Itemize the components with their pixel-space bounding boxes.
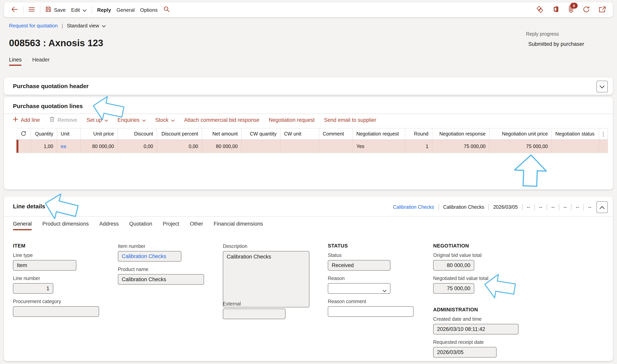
status-input[interactable]: Received bbox=[328, 260, 390, 271]
column-header-select[interactable] bbox=[16, 129, 31, 139]
enquiries-menu-button[interactable]: Enquiries bbox=[117, 117, 146, 123]
add-line-button[interactable]: Add line bbox=[13, 117, 40, 123]
tab-address[interactable]: Address bbox=[99, 221, 119, 230]
toolbar-separator bbox=[23, 6, 24, 14]
edit-menu-button[interactable]: Edit bbox=[68, 4, 89, 15]
toolbar-right-icons: 0 bbox=[536, 5, 608, 14]
tab-financial-dimensions[interactable]: Financial dimensions bbox=[214, 221, 263, 230]
column-header-net-amount[interactable]: Net amount bbox=[202, 129, 242, 139]
office-button[interactable] bbox=[553, 6, 559, 14]
row-cell-unit[interactable]: ea bbox=[57, 140, 81, 153]
field-label: Reason bbox=[328, 276, 390, 281]
negotiation-request-button[interactable]: Negotiation request bbox=[269, 117, 315, 123]
row-cell-negotiation-status[interactable] bbox=[552, 140, 599, 153]
row-cell-round[interactable]: 1 bbox=[405, 140, 432, 153]
column-header-cw-quantity[interactable]: CW quantity bbox=[242, 129, 280, 139]
refresh-grid-icon[interactable] bbox=[21, 130, 26, 137]
line-number-input[interactable]: 1 bbox=[13, 283, 53, 294]
tab-lines[interactable]: Lines bbox=[9, 57, 22, 66]
back-button[interactable] bbox=[9, 4, 21, 15]
negotiated-bid-value-total-input[interactable]: 75 000,00 bbox=[433, 283, 474, 294]
column-header-discount-percent[interactable]: Discount percent bbox=[157, 129, 202, 139]
row-cell-select[interactable] bbox=[16, 140, 31, 153]
row-cell-negotiation-response[interactable]: 75 000,00 bbox=[432, 140, 489, 153]
description-textarea[interactable]: Calibration Checks bbox=[223, 251, 309, 307]
tab-general[interactable]: General bbox=[13, 221, 32, 230]
row-cell-net-amount[interactable]: 80 000,00 bbox=[202, 140, 242, 153]
column-header-cw-unit[interactable]: CW unit bbox=[280, 129, 319, 139]
row-cell-quantity[interactable]: 1,00 bbox=[31, 140, 57, 153]
column-header-discount[interactable]: Discount bbox=[118, 129, 157, 139]
summary-item-number-link[interactable]: Calibration Checks bbox=[393, 204, 434, 210]
row-cell-discount[interactable]: 0,00 bbox=[118, 140, 157, 153]
column-header-negotiation-response[interactable]: Negotiation response bbox=[432, 129, 489, 139]
item-number-link[interactable]: Calibration Checks bbox=[122, 253, 166, 259]
breadcrumb-page-link[interactable]: Request for quotation bbox=[9, 23, 58, 29]
requested-receipt-date-field: Requested receipt date 2026/03/05 bbox=[433, 339, 497, 358]
column-header-quantity[interactable]: Quantity bbox=[31, 129, 57, 139]
attachments-count-badge: 0 bbox=[570, 3, 578, 9]
item-number-input[interactable]: Calibration Checks bbox=[118, 251, 181, 262]
column-header-comment[interactable]: Comment bbox=[319, 129, 353, 139]
expand-section-button[interactable] bbox=[596, 81, 608, 92]
row-cell-comment[interactable] bbox=[319, 140, 353, 153]
field-label: Procurement category bbox=[13, 299, 99, 304]
row-cell-more[interactable] bbox=[599, 140, 608, 153]
view-selector[interactable]: Standard view bbox=[67, 23, 106, 29]
row-cell-unit-price[interactable]: 80 000,00 bbox=[81, 140, 118, 153]
requested-receipt-date-input[interactable]: 2026/03/05 bbox=[433, 347, 497, 358]
column-header-unit[interactable]: Unit bbox=[57, 129, 81, 139]
column-header-negotiation-request[interactable]: Negotiation request bbox=[353, 129, 405, 139]
reason-comment-input[interactable] bbox=[328, 306, 413, 317]
collapse-section-button[interactable] bbox=[596, 201, 608, 213]
apps-button[interactable] bbox=[536, 6, 544, 14]
tab-quotation[interactable]: Quotation bbox=[129, 221, 152, 230]
line-type-input[interactable]: Item bbox=[13, 260, 76, 271]
unit-link[interactable]: ea bbox=[61, 143, 66, 149]
options-menu-button[interactable]: Options bbox=[137, 4, 160, 15]
original-bid-value-total-input[interactable]: 80 000,00 bbox=[433, 260, 474, 271]
send-email-to-supplier-button[interactable]: Send email to supplier bbox=[324, 117, 376, 123]
quotation-lines-grid: QuantityUnitUnit priceDiscountDiscount p… bbox=[16, 128, 608, 153]
description-field: Description Calibration Checks bbox=[223, 244, 309, 307]
more-columns-icon[interactable]: ⋮ bbox=[601, 131, 606, 137]
tab-project[interactable]: Project bbox=[163, 221, 179, 230]
row-cell-negotiation-request[interactable]: Yes bbox=[353, 140, 405, 153]
grid-data-row[interactable]: 1,00ea80 000,000,000,0080 000,00Yes175 0… bbox=[16, 140, 608, 153]
row-cell-negotiation-unit-price[interactable]: 75 000,00 bbox=[489, 140, 552, 153]
tab-product-dimensions[interactable]: Product dimensions bbox=[42, 221, 89, 230]
stock-menu-button[interactable]: Stock bbox=[155, 117, 175, 123]
row-cell-discount-percent[interactable]: 0,00 bbox=[157, 140, 202, 153]
attachments-button[interactable]: 0 bbox=[568, 5, 574, 14]
open-in-new-window-button[interactable] bbox=[599, 6, 606, 13]
column-header-negotiation-unit-price[interactable]: Negotiation unit price bbox=[489, 129, 552, 139]
external-input[interactable] bbox=[223, 309, 285, 319]
send-email-label: Send email to supplier bbox=[324, 117, 376, 123]
set-up-menu-button[interactable]: Set up bbox=[87, 117, 108, 123]
save-button[interactable]: Save bbox=[43, 4, 68, 15]
column-header-unit-price[interactable]: Unit price bbox=[81, 129, 118, 139]
reason-dropdown[interactable] bbox=[328, 283, 390, 294]
refresh-button[interactable] bbox=[583, 6, 590, 14]
column-header-round[interactable]: Round bbox=[405, 129, 432, 139]
column-header-more[interactable]: ⋮ bbox=[599, 129, 608, 139]
divider bbox=[4, 114, 613, 114]
created-date-time-input[interactable]: 2026/03/10 08:11:42 bbox=[433, 324, 518, 334]
menu-button[interactable] bbox=[26, 4, 38, 15]
row-cell-cw-quantity[interactable] bbox=[242, 140, 280, 153]
remove-line-button[interactable]: Remove bbox=[49, 116, 77, 123]
product-name-input[interactable]: Calibration Checks bbox=[118, 274, 204, 285]
search-button[interactable] bbox=[160, 4, 172, 15]
summary-product-name: Calibration Checks bbox=[443, 204, 484, 210]
column-header-negotiation-status[interactable]: Negotiation status bbox=[552, 129, 599, 139]
attach-commercial-bid-response-button[interactable]: Attach commercial bid response bbox=[184, 117, 259, 123]
field-label: External bbox=[223, 301, 285, 307]
row-cell-cw-unit[interactable] bbox=[280, 140, 319, 153]
reply-menu-button[interactable]: Reply bbox=[94, 4, 114, 15]
group-header-negotiation: NEGOTIATION bbox=[433, 243, 469, 249]
procurement-category-input[interactable] bbox=[13, 306, 99, 317]
tab-header[interactable]: Header bbox=[32, 57, 50, 66]
general-menu-button[interactable]: General bbox=[114, 4, 138, 15]
summary-separator bbox=[571, 204, 572, 210]
tab-other[interactable]: Other bbox=[190, 221, 203, 230]
